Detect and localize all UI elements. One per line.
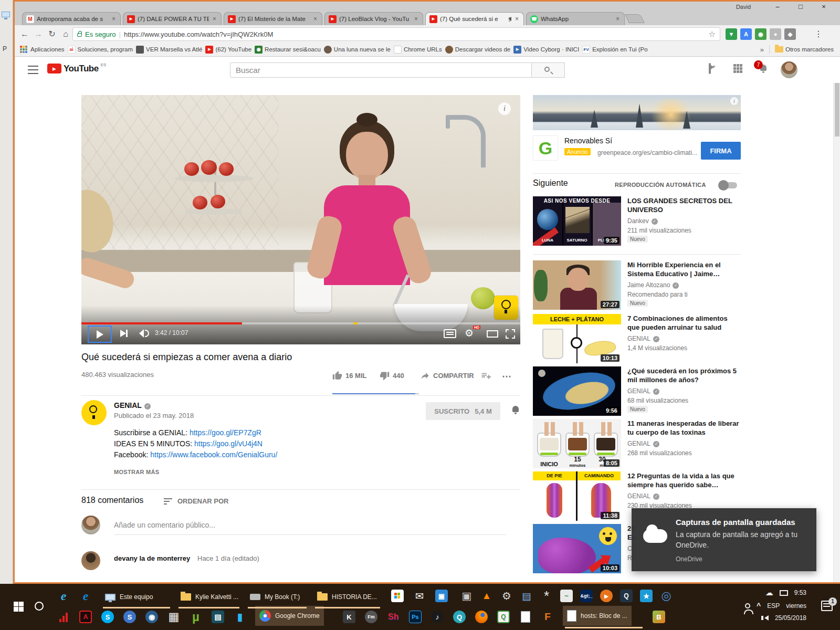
autoplay-toggle[interactable] [719,182,737,188]
k-app-icon[interactable]: K [340,608,358,626]
recommended-channel[interactable]: Dankev✓ [627,217,658,225]
advertiser-logo[interactable]: G [533,135,558,161]
like-button[interactable]: 16 MIL [332,371,366,381]
bookmark-soluciones[interactable]: aiSoluciones, program [68,46,133,54]
settings-gear-icon[interactable]: ⚙ [498,587,516,605]
bookmark-descargar[interactable]: Descargar videos de [445,46,510,54]
tab-whatsapp[interactable]: ☎ WhatsApp × [526,12,625,25]
tray-language[interactable]: ESP [767,602,780,610]
taskbar-folder-kylie[interactable]: Kylie Kalvetti ... [176,587,243,607]
downloader-extension-icon[interactable]: ▼ [726,28,737,40]
bookmarks-overflow-icon[interactable]: » [760,46,764,54]
onedrive-tray-icon[interactable]: ☁ [765,588,773,597]
share-button[interactable]: COMPARTIR [420,371,474,381]
document-app-icon[interactable] [517,608,534,626]
comment-author[interactable]: devany la de monterrey [114,554,190,562]
input-device-app-icon[interactable]: ▤ [209,608,227,626]
chart-app-icon[interactable] [55,608,72,626]
contacts-icon[interactable] [745,603,750,608]
tab-close-icon[interactable]: × [514,15,520,23]
bookmark-restaurar[interactable]: ◉Restaurar sesi&oacu [255,46,321,54]
search-button[interactable] [532,62,565,78]
bluestacks-icon[interactable]: B [650,608,668,626]
address-bar[interactable]: Es seguro | https://www.youtube.com/watc… [72,27,720,41]
tab-gmail[interactable]: M Antroporama acaba de s × [22,12,121,25]
recommended-channel[interactable]: GENIAL✓ [627,335,659,342]
comment-input[interactable]: Añade un comentario público... [114,521,215,529]
recommended-thumbnail[interactable]: INICIO 15 minutos 30 mi 8:05 [533,419,621,468]
new-tab-button[interactable] [625,14,645,23]
samsung-app-icon[interactable]: S [121,608,139,626]
acrobat-icon[interactable]: A [77,608,94,626]
recommended-channel[interactable]: GENIAL✓ [627,440,659,447]
recommended-title[interactable]: LOS GRANDES SECRETOS DEL UNIVERSO [627,196,741,214]
speaker-app-icon[interactable]: ♪ [428,608,446,626]
play-button[interactable] [88,326,112,343]
description-link[interactable]: https://goo.gl/EP7ZgR [190,428,261,437]
recommended-thumbnail[interactable]: 9:56 [533,366,621,416]
taskbar-notepad-hosts[interactable]: hosts: Bloc de ... [563,606,632,626]
vlc-icon[interactable]: ▲ [478,587,496,605]
reload-icon[interactable]: ↻ [45,27,59,41]
remote-desktop-icon[interactable]: ▣ [458,587,476,605]
recommended-title[interactable]: 7 Combinaciones de alimentos que pueden … [627,314,741,332]
taskbar-folder-historia[interactable]: HISTORIA DE... [313,587,381,607]
globe-app-icon[interactable]: ◎ [657,587,675,605]
tray-time[interactable]: 9:53 [794,589,806,596]
tab-current-video[interactable]: ▶ (7) Qué sucederá si e × [425,12,524,25]
recommended-thumbnail[interactable]: DE PIE CAMINANDO 11:38 [533,471,621,521]
onedrive-notification[interactable]: Capturas de pantalla guardadas La captur… [632,508,816,571]
recommended-title[interactable]: Mi Horrible Experiencia en el Sistema Ed… [627,260,741,278]
channel-avatar[interactable] [81,400,107,425]
recommended-thumbnail[interactable]: ASI NOS VEMOS DESDE LUNA SATURNO PLUTON … [533,196,621,246]
bookmark-explosion[interactable]: FVExplosión en Tui (Po [582,46,647,54]
skype-icon[interactable]: S [99,608,117,626]
ad-banner[interactable]: i [533,95,741,130]
apps-grid-icon[interactable] [20,46,27,53]
recommended-title[interactable]: 11 maneras inesperadas de liberar tu cue… [627,419,741,437]
star-app-icon[interactable]: ★ [637,587,655,605]
dislike-button[interactable]: 440 [380,371,404,381]
fm-globe-app-icon[interactable]: Fm [362,608,380,626]
video-player[interactable]: i 3:42 / 10:07 ⚙ HD [81,95,520,344]
tab-close-icon[interactable]: × [615,15,621,23]
subscribe-button[interactable]: SUSCRITO 5,4 M [426,402,500,420]
ad-title[interactable]: Renovables Sí [564,136,612,145]
edge-icon[interactable]: e [77,587,94,605]
recorder-extension-icon[interactable]: ◉ [755,28,766,40]
upload-video-icon[interactable] [709,64,711,74]
search-app-icon[interactable]: Q [617,587,635,605]
youtube-logo[interactable]: ▶ YouTube ES [47,64,106,74]
taskbar-este-equipo[interactable]: Este equipo [101,587,157,607]
translate-extension-icon[interactable]: A [740,28,752,40]
network-icon[interactable] [780,590,788,596]
description-link[interactable]: https://www.facebook.com/GenialGuru/ [150,450,277,459]
ad-cta-button[interactable]: FIRMA [701,142,741,160]
recommended-title[interactable]: 12 Preguntas de la vida a las que siempr… [627,471,741,489]
sort-icon[interactable] [164,498,172,505]
start-button[interactable] [14,602,24,612]
mail-icon[interactable]: ✉ [411,587,428,605]
description-link[interactable]: https://goo.gl/vU4j4N [194,439,262,448]
forward-icon[interactable]: → [32,27,45,41]
bookmark-star-icon[interactable]: ☆ [709,29,716,39]
tab-youtube-1[interactable]: ▶ (7) DALE POWER A TU TE × [123,12,222,25]
ublock-extension-icon[interactable]: ◆ [784,28,796,40]
video-info-icon[interactable]: i [498,102,511,115]
tab-close-icon[interactable]: × [111,15,117,23]
globe-extension-icon[interactable]: ● [770,28,781,40]
bookmark-marsella[interactable]: VER Marsella vs Atlé [136,46,202,54]
cortana-icon[interactable] [35,602,44,611]
powershell-icon[interactable]: &gt;_ [578,587,595,605]
taskbar-my-book-drive[interactable]: My Book (T:) [246,587,304,607]
tab-close-icon[interactable]: × [312,15,318,23]
other-bookmarks[interactable]: Otros marcadores [775,46,834,52]
calculator-icon[interactable]: ▦ [165,608,183,626]
phone-app-icon[interactable]: ▮ [231,608,249,626]
store-icon[interactable] [388,587,406,605]
ad-info-icon[interactable]: i [730,97,738,105]
sh-app-icon[interactable]: Sh [384,608,402,626]
photoshop-icon[interactable]: Ps [406,608,424,626]
tab-youtube-2[interactable]: ▶ (7) El Misterio de la Mate × [224,12,322,25]
bookmark-chrome-urls[interactable]: Chrome URLs [394,46,442,54]
